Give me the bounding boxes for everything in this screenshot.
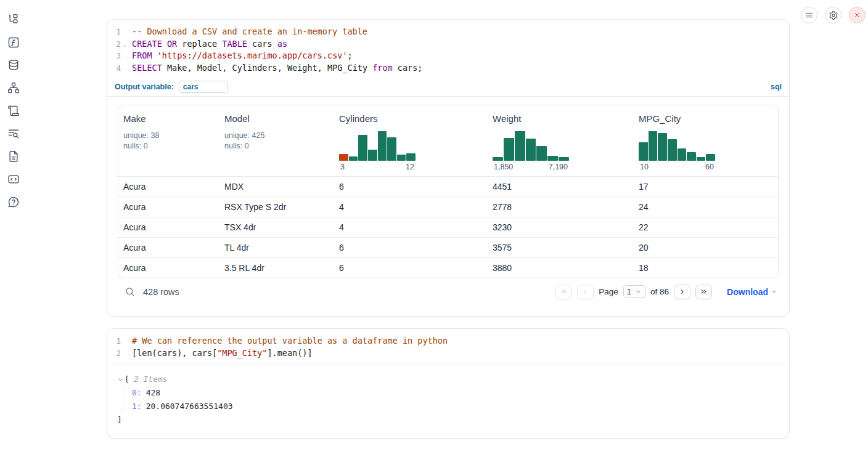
hist-bar[interactable] — [406, 153, 416, 161]
table-cell: 2778 — [488, 202, 634, 212]
hist-bar[interactable] — [387, 137, 396, 161]
function-icon[interactable] — [7, 36, 20, 49]
hist-bar[interactable] — [378, 131, 387, 161]
line-number: 2 — [107, 38, 121, 51]
column-histogram: 1060 — [639, 131, 715, 171]
database-icon[interactable] — [7, 59, 20, 71]
hist-bar[interactable] — [504, 138, 514, 161]
column-header: Cylinders312 — [334, 105, 488, 176]
first-page-button[interactable] — [555, 285, 572, 299]
sql-code-editor[interactable]: 1-- Download a CSV and create an in-memo… — [107, 20, 789, 75]
scroll-icon[interactable] — [7, 104, 20, 117]
last-page-button[interactable] — [695, 285, 712, 299]
column-title[interactable]: Model — [224, 113, 329, 124]
hist-bar[interactable] — [678, 148, 687, 161]
token-plain: replace — [177, 39, 222, 49]
download-button[interactable]: Download — [727, 287, 777, 297]
table-row[interactable]: AcuraTL 4dr6357520 — [118, 237, 778, 257]
hist-min-label: 10 — [640, 163, 649, 171]
next-page-button[interactable] — [674, 285, 690, 299]
list-search-icon[interactable] — [7, 127, 20, 140]
line-number: 2 — [107, 347, 121, 360]
line-number: 3 — [107, 50, 121, 62]
hist-bar[interactable] — [697, 157, 706, 161]
token-plain: [len(cars), cars[ — [132, 348, 217, 358]
dependency-graph-icon[interactable] — [7, 81, 20, 94]
tree-entry-key: 1: — [132, 400, 142, 413]
hist-bar[interactable] — [706, 154, 715, 161]
file-tree-icon[interactable] — [7, 13, 20, 26]
code-text: FROM 'https://datasets.marimo.app/cars.c… — [132, 50, 353, 62]
table-cell: 18 — [634, 263, 778, 273]
settings-button[interactable] — [825, 7, 841, 23]
histogram-bars — [493, 131, 569, 161]
hist-bar[interactable] — [687, 152, 696, 161]
column-title[interactable]: MPG_City — [639, 113, 773, 124]
output-variable-input[interactable] — [179, 81, 228, 93]
hist-bar[interactable] — [515, 131, 525, 161]
tree-entries: 0:4281:20.060747663551403 — [123, 386, 779, 413]
hist-bar[interactable] — [658, 133, 667, 161]
table-cell: RSX Type S 2dr — [219, 202, 334, 212]
document-icon[interactable] — [7, 150, 20, 163]
table-row[interactable]: AcuraRSX Type S 2dr4277824 — [118, 196, 778, 217]
search-icon — [125, 286, 135, 297]
token-plain: Make, Model, Cylinders, Weight, MPG_City — [162, 63, 372, 73]
table-cell: 6 — [334, 243, 488, 253]
table-cell: 3880 — [488, 263, 634, 273]
hist-bar[interactable] — [559, 157, 569, 161]
histogram-range-labels: 312 — [339, 163, 416, 171]
chevron-down-icon — [635, 288, 642, 295]
help-icon[interactable] — [7, 195, 20, 208]
table-cell: 22 — [634, 222, 778, 232]
column-header: Weight1,8507,190 — [488, 105, 634, 176]
page-select[interactable]: 1 — [623, 285, 645, 298]
close-button[interactable] — [849, 7, 866, 23]
table-cell: 24 — [634, 202, 778, 212]
hist-bar[interactable] — [639, 142, 648, 161]
column-histogram: 312 — [339, 131, 416, 171]
hist-bar[interactable] — [349, 156, 358, 161]
table-cell: 3230 — [488, 222, 634, 232]
search-button[interactable] — [121, 284, 137, 300]
hist-bar[interactable] — [397, 155, 406, 161]
table-row[interactable]: Acura3.5 RL 4dr6388018 — [118, 257, 778, 278]
table-cell: 4451 — [488, 182, 634, 192]
column-title[interactable]: Cylinders — [339, 113, 483, 124]
line-number: 1 — [107, 335, 121, 347]
hist-bar[interactable] — [649, 131, 658, 161]
fold-toggle-icon[interactable]: ⌄ — [121, 39, 128, 52]
token-kw: as — [277, 39, 287, 49]
hist-bar[interactable] — [368, 150, 377, 161]
hist-bar[interactable] — [493, 157, 503, 161]
table-cell: 4 — [334, 222, 488, 232]
code-line: 4SELECT Make, Model, Cylinders, Weight, … — [107, 62, 789, 75]
python-code-editor[interactable]: 1# We can reference the output variable … — [107, 329, 789, 363]
chevron-down-icon — [117, 376, 124, 383]
menu-button[interactable] — [801, 7, 817, 23]
hist-min-label: 1,850 — [494, 163, 513, 171]
chevron-right-icon — [678, 288, 686, 296]
hist-bar[interactable] — [526, 139, 536, 161]
hist-bar[interactable] — [536, 146, 547, 161]
token-plain: cars — [247, 39, 277, 49]
snippets-icon[interactable] — [7, 172, 20, 185]
column-header: Makeunique: 38nulls: 0 — [118, 105, 219, 176]
column-title[interactable]: Weight — [493, 113, 629, 124]
hist-bar[interactable] — [358, 135, 367, 161]
token-plain — [152, 51, 157, 60]
hist-bar[interactable] — [339, 154, 348, 161]
output-variable-bar: Output variable: sql — [107, 78, 789, 97]
chevron-down-icon — [771, 288, 777, 295]
hist-bar[interactable] — [668, 139, 677, 161]
gear-icon — [829, 10, 838, 20]
hist-bar[interactable] — [547, 156, 558, 161]
tree-collapse-toggle[interactable] — [117, 376, 125, 383]
prev-page-button[interactable] — [577, 285, 594, 299]
column-title[interactable]: Make — [123, 113, 215, 124]
table-cell: 3.5 RL 4dr — [219, 263, 334, 273]
table-cell: MDX — [219, 182, 334, 192]
code-line: 2⌄CREATE OR replace TABLE cars as — [107, 38, 789, 51]
table-row[interactable]: AcuraMDX6445117 — [118, 176, 778, 196]
table-row[interactable]: AcuraTSX 4dr4323022 — [118, 217, 778, 237]
